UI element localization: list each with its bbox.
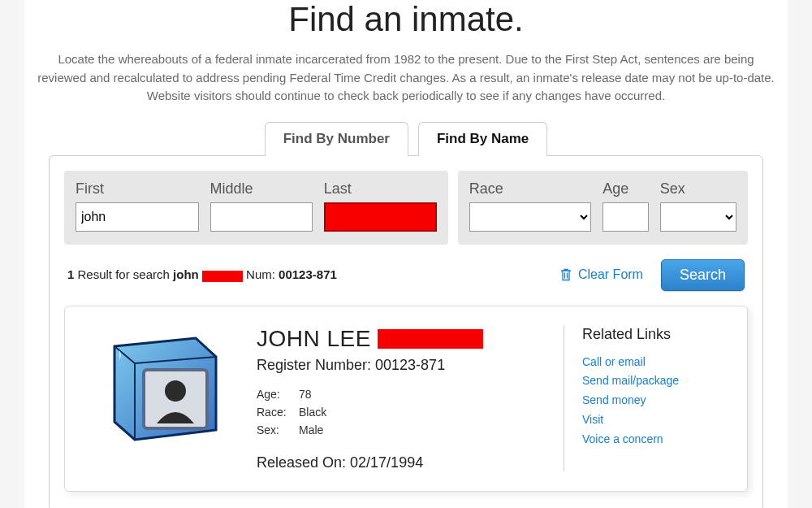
inmate-photo-placeholder-icon — [90, 326, 228, 448]
result-card: JOHN LEE Register Number: 00123-871 Age:… — [64, 306, 748, 492]
trash-icon — [560, 268, 572, 281]
demographic-field-group: Race Age Sex — [458, 171, 748, 245]
link-send-mail[interactable]: Send mail/package — [582, 371, 726, 391]
tab-find-by-number[interactable]: Find By Number — [265, 122, 408, 156]
search-panel: First Middle Last Race Age — [49, 155, 763, 509]
sex-label: Sex — [660, 180, 736, 198]
results-summary: 1 Result for search john Num: 00123-871 — [67, 267, 337, 281]
results-num: 00123-871 — [279, 267, 337, 281]
redacted-lastname — [202, 271, 243, 282]
results-prefix: Result for search — [74, 267, 173, 281]
link-send-money[interactable]: Send money — [582, 391, 726, 410]
attr-age-value: 78 — [299, 385, 312, 403]
middle-input[interactable] — [210, 202, 313, 232]
results-query-first: john — [173, 267, 199, 281]
last-label: Last — [324, 180, 437, 198]
released-date: 02/17/1994 — [350, 454, 423, 471]
clear-form-label: Clear Form — [578, 267, 643, 282]
inmate-name: JOHN LEE — [257, 326, 539, 352]
first-input[interactable] — [76, 202, 199, 232]
tabs: Find By Number Find By Name — [24, 122, 788, 155]
attr-sex-value: Male — [299, 421, 323, 439]
inmate-name-shown: JOHN LEE — [257, 326, 371, 352]
related-links-title: Related Links — [582, 326, 726, 343]
released-on: Released On: 02/17/1994 — [257, 454, 539, 471]
name-field-group: First Middle Last — [64, 171, 448, 245]
age-input[interactable] — [603, 202, 649, 232]
register-value: 00123-871 — [375, 357, 445, 373]
redacted-surname — [378, 329, 483, 349]
intro-text: Locate the whereabouts of a federal inma… — [24, 50, 788, 106]
register-label: Register Number: — [257, 357, 375, 373]
results-num-label: Num: — [243, 267, 279, 281]
race-select[interactable] — [469, 202, 592, 232]
tab-find-by-name[interactable]: Find By Name — [418, 122, 547, 156]
link-voice-concern[interactable]: Voice a concern — [582, 430, 726, 449]
released-label: Released On: — [257, 454, 350, 471]
sex-select[interactable] — [660, 202, 736, 232]
link-visit[interactable]: Visit — [582, 410, 726, 430]
clear-form-link[interactable]: Clear Form — [560, 267, 643, 282]
middle-label: Middle — [210, 180, 313, 198]
attr-age-label: Age: — [257, 385, 299, 403]
link-call-email[interactable]: Call or email — [582, 353, 726, 372]
svg-point-1 — [165, 380, 186, 402]
last-input[interactable] — [324, 202, 437, 232]
attr-race-value: Black — [299, 403, 326, 421]
register-number: Register Number: 00123-871 — [257, 357, 539, 374]
age-label: Age — [603, 180, 649, 198]
page-title: Find an inmate. — [24, 0, 788, 39]
first-label: First — [76, 180, 199, 198]
attr-sex-label: Sex: — [257, 421, 299, 439]
search-button[interactable]: Search — [661, 259, 745, 291]
race-label: Race — [469, 180, 592, 198]
attr-race-label: Race: — [257, 403, 299, 421]
